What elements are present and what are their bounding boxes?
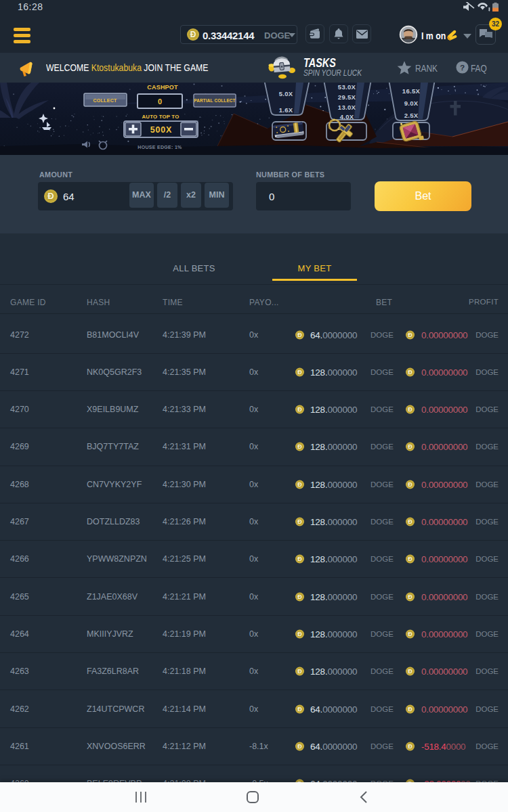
svg-text:COLLECT: COLLECT (93, 98, 117, 103)
svg-text:9.0X: 9.0X (404, 99, 419, 107)
svg-text:AUTO TOP TO: AUTO TOP TO (142, 114, 179, 120)
svg-text:0: 0 (158, 97, 162, 106)
svg-text:CASHPOT: CASHPOT (147, 84, 178, 91)
svg-text:500X: 500X (150, 125, 172, 135)
svg-text:2.5X: 2.5X (404, 112, 419, 119)
svg-text:13.0X: 13.0X (338, 104, 356, 111)
svg-text:53.0X: 53.0X (338, 83, 356, 91)
svg-text:?: ? (460, 63, 465, 72)
svg-text:5.0X: 5.0X (279, 90, 293, 97)
svg-text:HOUSE EDGE: 1%: HOUSE EDGE: 1% (137, 145, 182, 150)
svg-text:1.6X: 1.6X (279, 106, 293, 114)
svg-text:29.5X: 29.5X (338, 93, 356, 101)
svg-text:16.5X: 16.5X (402, 87, 421, 95)
svg-text:4.0X: 4.0X (340, 113, 354, 120)
svg-text:PARTIAL COLLECT: PARTIAL COLLECT (194, 98, 235, 103)
